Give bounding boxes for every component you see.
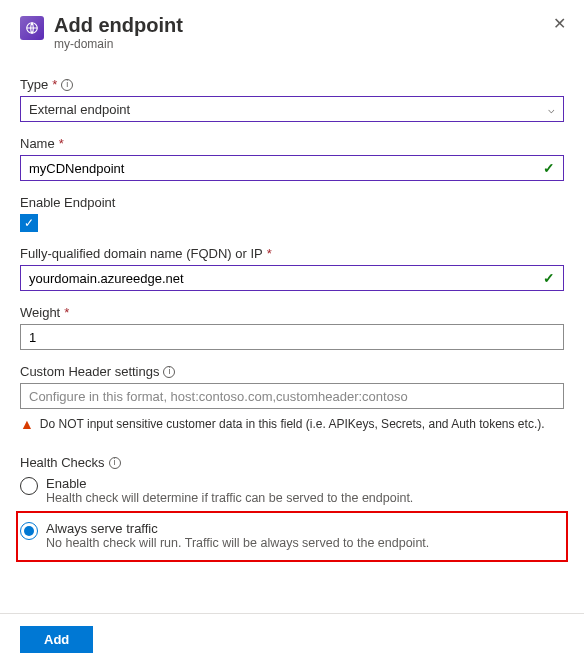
info-icon[interactable]: i [61, 79, 73, 91]
radio-always-desc: No health check will run. Traffic will b… [46, 536, 429, 550]
name-label: Name * [20, 136, 564, 151]
radio-enable[interactable] [20, 477, 38, 495]
type-select[interactable]: External endpoint ⌵ [20, 96, 564, 122]
info-icon[interactable]: i [109, 457, 121, 469]
enable-checkbox[interactable]: ✓ [20, 214, 38, 232]
weight-input[interactable] [20, 324, 564, 350]
name-input-wrapper: ✓ [20, 155, 564, 181]
fqdn-label: Fully-qualified domain name (FQDN) or IP… [20, 246, 564, 261]
warning-message: ▲ Do NOT input sensitive customer data i… [20, 417, 564, 431]
health-checks-label: Health Checks i [20, 455, 564, 470]
weight-label: Weight * [20, 305, 564, 320]
radio-always-label: Always serve traffic [46, 521, 429, 536]
enable-label: Enable Endpoint [20, 195, 564, 210]
health-option-enable[interactable]: Enable Health check will determine if tr… [20, 476, 564, 505]
footer: Add [0, 613, 584, 665]
fqdn-input-wrapper: ✓ [20, 265, 564, 291]
custom-header-label: Custom Header settings i [20, 364, 564, 379]
add-button[interactable]: Add [20, 626, 93, 653]
custom-header-input[interactable] [20, 383, 564, 409]
name-input[interactable] [29, 157, 543, 179]
highlighted-option: Always serve traffic No health check wil… [16, 511, 568, 562]
panel-subtitle: my-domain [54, 37, 564, 51]
close-icon[interactable]: ✕ [553, 14, 566, 33]
fqdn-input[interactable] [29, 267, 543, 289]
panel-header: Add endpoint my-domain [20, 14, 564, 51]
radio-always[interactable] [20, 522, 38, 540]
endpoint-icon [20, 16, 44, 40]
check-icon: ✓ [543, 270, 555, 286]
check-icon: ✓ [543, 160, 555, 176]
health-option-always[interactable]: Always serve traffic No health check wil… [20, 521, 560, 550]
radio-enable-label: Enable [46, 476, 413, 491]
chevron-down-icon: ⌵ [548, 103, 555, 116]
panel-title: Add endpoint [54, 14, 564, 37]
warning-icon: ▲ [20, 417, 34, 431]
info-icon[interactable]: i [163, 366, 175, 378]
type-value: External endpoint [29, 102, 130, 117]
type-label: Type * i [20, 77, 564, 92]
radio-enable-desc: Health check will determine if traffic c… [46, 491, 413, 505]
